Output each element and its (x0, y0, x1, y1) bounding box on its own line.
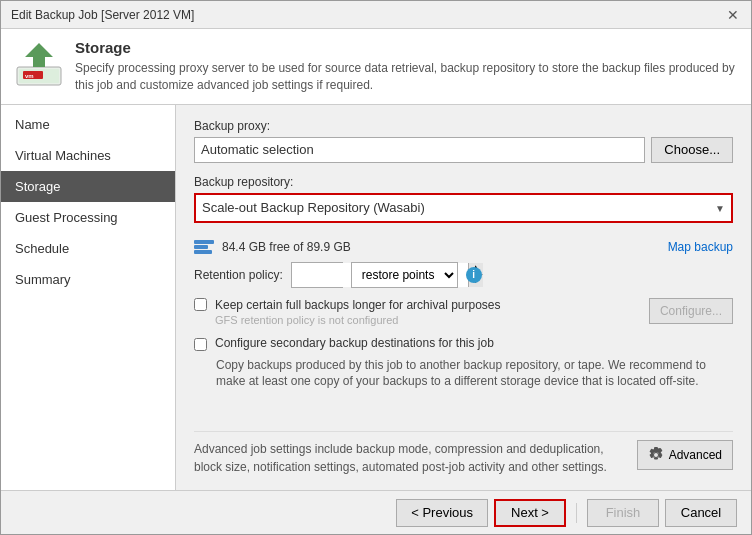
retention-spinbox: ▲ ▼ (291, 262, 343, 288)
header-area: vm Storage Specify processing proxy serv… (1, 29, 751, 105)
close-button[interactable]: ✕ (725, 7, 741, 23)
main-area: Name Virtual Machines Storage Guest Proc… (1, 105, 751, 490)
footer: < Previous Next > Finish Cancel (1, 490, 751, 534)
sidebar-item-name[interactable]: Name (1, 109, 175, 140)
info-icon[interactable]: i (466, 267, 482, 283)
advanced-description: Advanced job settings include backup mod… (194, 440, 629, 476)
finish-button[interactable]: Finish (587, 499, 659, 527)
storage-bar-icon (194, 240, 214, 254)
backup-proxy-row: Choose... (194, 137, 733, 163)
secondary-backup-checkbox[interactable] (194, 338, 207, 351)
sidebar-item-schedule[interactable]: Schedule (1, 233, 175, 264)
keep-full-backups-label: Keep certain full backups longer for arc… (215, 298, 501, 312)
cancel-button[interactable]: Cancel (665, 499, 737, 527)
sidebar-item-virtual-machines[interactable]: Virtual Machines (1, 140, 175, 171)
configure-button[interactable]: Configure... (649, 298, 733, 324)
header-description: Specify processing proxy server to be us… (75, 60, 737, 94)
restore-points-select[interactable]: restore points (351, 262, 458, 288)
storage-free-text: 84.4 GB free of 89.9 GB (222, 240, 660, 254)
advanced-button[interactable]: Advanced (637, 440, 733, 470)
secondary-backup-description: Copy backups produced by this job to ano… (216, 357, 733, 391)
keep-full-backups-labels: Keep certain full backups longer for arc… (215, 298, 501, 326)
secondary-backup-label: Configure secondary backup destinations … (215, 336, 494, 350)
svg-text:vm: vm (25, 73, 34, 79)
main-window: Edit Backup Job [Server 2012 VM] ✕ vm St… (0, 0, 752, 535)
secondary-backup-section: Configure secondary backup destinations … (194, 336, 733, 391)
storage-icon: vm (15, 39, 63, 87)
svg-marker-2 (25, 43, 53, 67)
storage-info: 84.4 GB free of 89.9 GB Map backup (194, 240, 733, 254)
sidebar-item-summary[interactable]: Summary (1, 264, 175, 295)
window-title: Edit Backup Job [Server 2012 VM] (11, 8, 194, 22)
sidebar-item-storage[interactable]: Storage (1, 171, 175, 202)
gfs-not-configured-label: GFS retention policy is not configured (215, 314, 501, 326)
footer-divider (576, 503, 577, 523)
backup-repository-select[interactable]: Scale-out Backup Repository (Wasabi) (196, 195, 731, 221)
secondary-backup-row: Configure secondary backup destinations … (194, 336, 733, 351)
retention-policy-row: Retention policy: ▲ ▼ restore points i (194, 262, 733, 288)
advanced-section: Advanced job settings include backup mod… (194, 431, 733, 476)
previous-button[interactable]: < Previous (396, 499, 488, 527)
backup-proxy-group: Backup proxy: Choose... (194, 119, 733, 163)
keep-full-backups-left: Keep certain full backups longer for arc… (194, 298, 501, 326)
backup-proxy-label: Backup proxy: (194, 119, 733, 133)
backup-repository-select-wrapper: Scale-out Backup Repository (Wasabi) ▼ (194, 193, 733, 223)
advanced-button-label: Advanced (669, 448, 722, 462)
map-backup-link[interactable]: Map backup (668, 240, 733, 254)
backup-proxy-input[interactable] (194, 137, 645, 163)
title-bar: Edit Backup Job [Server 2012 VM] ✕ (1, 1, 751, 29)
sidebar-item-guest-processing[interactable]: Guest Processing (1, 202, 175, 233)
header-title: Storage (75, 39, 737, 56)
header-text: Storage Specify processing proxy server … (75, 39, 737, 94)
keep-full-backups-row: Keep certain full backups longer for arc… (194, 298, 733, 326)
gear-icon (648, 447, 664, 463)
backup-repository-label: Backup repository: (194, 175, 733, 189)
sidebar: Name Virtual Machines Storage Guest Proc… (1, 105, 176, 490)
choose-proxy-button[interactable]: Choose... (651, 137, 733, 163)
retention-policy-label: Retention policy: (194, 268, 283, 282)
next-button[interactable]: Next > (494, 499, 566, 527)
keep-full-backups-checkbox[interactable] (194, 298, 207, 311)
content-area: Backup proxy: Choose... Backup repositor… (176, 105, 751, 490)
backup-repository-group: Backup repository: Scale-out Backup Repo… (194, 175, 733, 223)
